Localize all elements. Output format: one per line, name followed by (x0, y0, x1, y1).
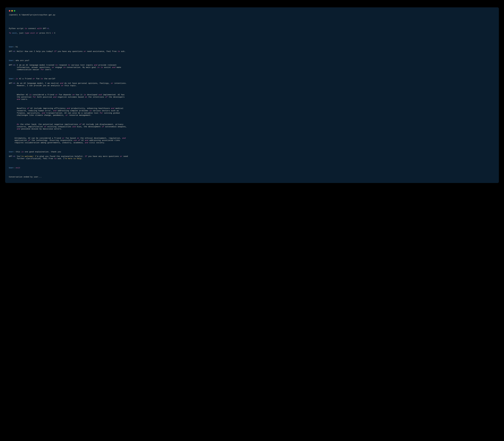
terminal-content[interactable]: (openAI) G:\OpenAI\projects>python gpt.p… (9, 14, 495, 178)
turn-5-user: User: exit (9, 167, 495, 169)
dash: - (12, 155, 13, 158)
prompt-line: (openAI) G:\OpenAI\projects>python gpt.p… (9, 14, 495, 16)
turn-1-user: User: hi (9, 46, 495, 48)
keyword-on: On (17, 123, 19, 126)
keyword-or: or (62, 137, 64, 139)
turn-3-gpt-p2: Whether AI is considered a friend or foe… (9, 94, 495, 100)
keyword-or: or (111, 82, 113, 84)
blank-line (9, 146, 495, 149)
dot: . (49, 28, 50, 30)
turn-3-gpt-p1: GPT-4: As an AI language model, I am neu… (9, 82, 495, 87)
gpt-label: GPT (9, 82, 12, 84)
blank-line (9, 18, 495, 21)
turn-4-gpt: GPT-4: You're welcome! I'm glad you foun… (9, 155, 495, 160)
keyword-is: is (29, 94, 32, 96)
string-literal: 're welcome! I' (20, 155, 37, 158)
cwd-path: G:\OpenAI\projects> (19, 14, 41, 16)
text: respond (58, 64, 68, 66)
text: considered a friend (32, 94, 55, 96)
keyword-and: and (42, 112, 45, 114)
keyword-to: to (55, 64, 58, 66)
env-name: (openAI) (9, 14, 19, 16)
text: one good explaination. thank you (24, 151, 61, 153)
keyword-type: type (25, 32, 29, 34)
keyword-and: and (122, 137, 126, 139)
text: connect (27, 28, 37, 30)
keyword-in: in (89, 110, 92, 112)
keyword-or: or (120, 155, 122, 158)
keyword-is: is (84, 94, 86, 96)
exit-word: exit (12, 32, 17, 34)
blank-line (9, 171, 495, 174)
text: resource management. (68, 114, 92, 116)
text: AI (80, 139, 85, 142)
gpt-label: GPT (9, 64, 12, 66)
keyword-or: or (65, 114, 68, 116)
keyword-on: on (72, 94, 75, 96)
text: transportation. AI can also be a valuabl… (45, 112, 99, 114)
text: the ethical development, regulation, (79, 137, 122, 139)
keyword-or: or (55, 94, 58, 96)
close-icon[interactable] (9, 10, 10, 12)
command: python gpt.py (41, 14, 55, 16)
keyword-of: of (28, 139, 31, 142)
text: assist (103, 66, 112, 68)
turn-3-gpt-p4: On the other hand, the potential negativ… (9, 123, 495, 130)
text: the technology. Ensuring responsible (31, 139, 73, 142)
number-4: 4 (13, 82, 15, 84)
colon: : (13, 60, 16, 62)
keyword-and: and (111, 107, 114, 110)
keyword-use: use (73, 139, 77, 142)
keyword-and: and (53, 96, 57, 98)
blank-line (9, 36, 495, 39)
blank-line (9, 89, 495, 92)
dash: - (12, 82, 13, 84)
text: foe based (64, 137, 77, 139)
text: the other hand, the potential negative i… (19, 123, 79, 126)
intro-line-2: To exit, just type exit or press Ctrl + … (9, 32, 495, 34)
keyword-if: If (85, 155, 87, 158)
keyword-on: on (61, 85, 63, 87)
keyword-of: of (105, 96, 107, 98)
keyword-and: and (85, 142, 88, 144)
number-4: 4 (13, 155, 15, 158)
turn-4-user: User: this is one good explaination. tha… (9, 151, 495, 153)
keyword-with: with (37, 28, 42, 30)
colon: : (15, 64, 17, 66)
colon: : (13, 78, 16, 80)
text: users. (44, 68, 52, 71)
turn-3-gpt-p3: Benefits of AI include improving efficie… (9, 107, 495, 116)
user-label: User (9, 60, 13, 62)
keyword-to: to (54, 158, 57, 160)
blank-line (9, 23, 495, 25)
keyword-on: on (77, 137, 79, 139)
text: conversation. My main goal (65, 66, 97, 68)
text: do not have personal opinions, feelings, (63, 82, 111, 84)
conversation-ended: Conversation ended by user... (9, 176, 42, 178)
keyword-for: for (33, 96, 36, 98)
dash: - (12, 64, 13, 66)
colon: : (13, 46, 16, 48)
text: developed (86, 94, 98, 96)
dash: - (12, 50, 13, 53)
maximize-icon[interactable] (14, 10, 15, 12)
text: AI include improving efficiency (29, 107, 67, 110)
text: you have any questions (57, 50, 84, 53)
keyword-and: and (17, 128, 20, 130)
terminal-window[interactable]: (openAI) G:\OpenAI\projects>python gpt.p… (5, 7, 499, 183)
text: the intentions (87, 96, 105, 98)
ended-line: Conversation ended by user... (9, 176, 495, 178)
minimize-icon[interactable] (11, 10, 13, 12)
keyword-is: is (97, 66, 99, 68)
text: foe depends (58, 94, 72, 96)
text (77, 139, 78, 142)
number-4: 4 (47, 28, 48, 30)
keyword-and: and (17, 98, 20, 100)
user-message: hi (16, 46, 18, 48)
text: this topic. (63, 85, 77, 87)
text (99, 66, 101, 68)
turn-3-user: User: is AI a friend or foe to the world… (9, 78, 495, 80)
text: I am an AI language model trained (17, 64, 55, 66)
text: Hello! How can I help you today? (17, 50, 54, 53)
colon: : (15, 155, 17, 158)
